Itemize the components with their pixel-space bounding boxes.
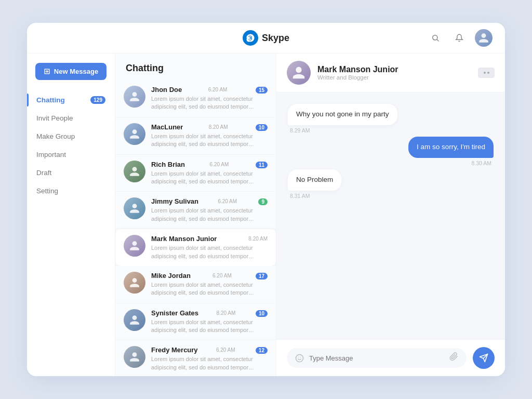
sidebar-item-make-group[interactable]: Make Group	[27, 128, 115, 145]
sidebar-draft-label: Draft	[36, 169, 51, 177]
chat-info-top: Rich Brian 6.20 AM 11	[151, 161, 268, 168]
chat-unread-badge: 9	[258, 198, 268, 205]
chat-time: 6.20 AM	[210, 162, 229, 167]
chat-info-top: Mike Jordan 6.20 AM 17	[151, 272, 268, 280]
chat-list-item-7[interactable]: Synister Gates 8.20 AM 10 Lorem ipsum do…	[115, 303, 276, 341]
search-button[interactable]	[427, 30, 444, 46]
chat-list-item-8[interactable]: Fredy Mercury 6.20 AM 12 Lorem ipsum dol…	[115, 340, 276, 376]
chat-preview: Lorem ipsum dolor sit amet, consectetur …	[151, 132, 268, 149]
chat-avatar	[124, 86, 145, 108]
notifications-button[interactable]	[451, 30, 468, 46]
message-row-3: No Problem 8.31 AM	[288, 169, 494, 199]
chat-preview: Lorem ipsum dolor sit amet, consectetur …	[151, 355, 268, 371]
sidebar-item-setting[interactable]: Setting	[27, 182, 115, 200]
message-input[interactable]	[309, 354, 444, 362]
message-bubble: Why you not gone in my party	[288, 104, 397, 125]
send-button[interactable]	[473, 347, 495, 369]
chat-avatar	[124, 235, 145, 257]
chat-info: Synister Gates 8.20 AM 10 Lorem ipsum do…	[151, 309, 268, 335]
sidebar-item-chatting[interactable]: Chatting 129	[27, 91, 115, 109]
message-bubble: I am so sorry, I'm tired	[408, 137, 494, 158]
contact-info: Mark Manson Junior Writter and Blogger	[317, 65, 471, 81]
app-logo: Skype	[243, 30, 289, 46]
message-row-2: I am so sorry, I'm tired 8.30 AM	[288, 137, 494, 166]
chat-unread-badge: 10	[256, 124, 268, 131]
contact-avatar	[287, 61, 311, 85]
chat-avatar	[124, 272, 145, 294]
sidebar: New Message Chatting 129 Invit People Ma…	[27, 54, 115, 376]
new-message-label: New Message	[54, 68, 98, 75]
chat-time: 8.20 AM	[217, 310, 236, 316]
chat-time: 6.20 AM	[216, 347, 235, 353]
chat-name: Rich Brian	[151, 161, 185, 168]
new-message-button[interactable]: New Message	[35, 63, 107, 80]
chat-avatar	[124, 123, 145, 145]
chat-list-item-3[interactable]: Rich Brian 6.20 AM 11 Lorem ipsum dolor …	[115, 155, 276, 192]
chat-name: Mark Manson Junior	[151, 235, 217, 243]
sidebar-setting-label: Setting	[36, 187, 58, 195]
emoji-icon	[295, 354, 304, 363]
contact-subtitle: Writter and Blogger	[317, 74, 471, 81]
chat-name: Jhon Doe	[151, 86, 182, 94]
chat-avatar	[124, 161, 145, 182]
sidebar-item-draft[interactable]: Draft	[27, 164, 115, 181]
dot2	[487, 72, 489, 74]
sidebar-chatting-label: Chatting	[36, 96, 65, 104]
chat-info: Mike Jordan 6.20 AM 17 Lorem ipsum dolor…	[151, 272, 268, 297]
sidebar-item-important[interactable]: Important	[27, 146, 115, 163]
chat-unread-badge: 10	[256, 310, 268, 317]
svg-line-1	[437, 39, 438, 41]
chat-preview: Lorem ipsum dolor sit amet, consectetur …	[151, 318, 268, 335]
chat-preview: Lorem ipsum dolor sit amet, consectetur …	[151, 207, 268, 223]
user-avatar[interactable]	[475, 29, 493, 47]
header-actions	[427, 29, 493, 47]
chat-header: Mark Manson Junior Writter and Blogger	[276, 54, 505, 92]
attachment-icon[interactable]	[449, 352, 458, 364]
chat-unread-badge: 11	[256, 162, 268, 168]
chat-preview: Lorem ipsum dolor sit amet, consectetur …	[151, 281, 268, 297]
sidebar-important-label: Important	[36, 151, 66, 158]
chat-name: Synister Gates	[151, 309, 198, 317]
message-row-1: Why you not gone in my party 8.29 AM	[288, 104, 494, 134]
app-name: Skype	[262, 33, 289, 44]
chat-unread-badge: 12	[256, 347, 268, 354]
chat-time: 6.20 AM	[208, 87, 228, 92]
chat-time: 8.20 AM	[209, 124, 228, 130]
sidebar-group-label: Make Group	[36, 132, 75, 140]
chat-list-item-4[interactable]: Jimmy Sulivan 6.20 AM 9 Lorem ipsum dolo…	[115, 192, 276, 229]
more-options-button[interactable]	[478, 68, 495, 78]
chat-info: Fredy Mercury 6.20 AM 12 Lorem ipsum dol…	[151, 346, 268, 371]
chat-info-top: MacLuner 8.20 AM 10	[151, 123, 268, 131]
chat-info: Mark Manson Junior 8.20 AM Lorem ipsum d…	[151, 235, 268, 260]
chat-header-actions	[478, 68, 495, 78]
chat-preview: Lorem ipsum dolor sit amet, consectetur …	[151, 244, 268, 260]
chat-info-top: Synister Gates 8.20 AM 10	[151, 309, 268, 317]
chat-list-panel: Chatting Jhon Doe 6.20 AM 15 Lorem ipsum…	[115, 54, 276, 376]
chat-name: Mike Jordan	[151, 272, 191, 280]
chat-list-item-5[interactable]: Mark Manson Junior 8.20 AM Lorem ipsum d…	[115, 229, 276, 266]
chat-list-item-2[interactable]: MacLuner 8.20 AM 10 Lorem ipsum dolor si…	[115, 117, 276, 155]
chat-avatar	[124, 309, 145, 331]
chat-info: Jhon Doe 6.20 AM 15 Lorem ipsum dolor si…	[151, 86, 268, 111]
chat-input-area	[276, 339, 505, 376]
sidebar-item-invit-people[interactable]: Invit People	[27, 110, 115, 127]
chat-info-top: Fredy Mercury 6.20 AM 12	[151, 346, 268, 354]
chat-info: Rich Brian 6.20 AM 11 Lorem ipsum dolor …	[151, 161, 268, 186]
skype-icon	[243, 30, 258, 46]
chat-unread-badge: 17	[256, 273, 268, 280]
chat-window: Mark Manson Junior Writter and Blogger W…	[276, 54, 505, 376]
chat-list-item-1[interactable]: Jhon Doe 6.20 AM 15 Lorem ipsum dolor si…	[115, 80, 276, 117]
chat-avatar	[124, 197, 145, 219]
sidebar-invit-label: Invit People	[36, 114, 73, 122]
message-time: 8.29 AM	[288, 127, 312, 134]
chat-list-item-6[interactable]: Mike Jordan 6.20 AM 17 Lorem ipsum dolor…	[115, 266, 276, 303]
chat-list-scroll[interactable]: Jhon Doe 6.20 AM 15 Lorem ipsum dolor si…	[115, 80, 276, 376]
main-content: New Message Chatting 129 Invit People Ma…	[27, 54, 505, 376]
messages-area: Why you not gone in my party 8.29 AM I a…	[276, 92, 505, 339]
chat-time: 6.20 AM	[218, 198, 237, 204]
chat-name: Fredy Mercury	[151, 346, 198, 354]
message-time: 8.30 AM	[469, 160, 494, 166]
app-container: Skype New Message Chatting 12	[27, 23, 505, 376]
chat-time: 6.20 AM	[212, 273, 232, 278]
svg-point-2	[296, 354, 303, 362]
